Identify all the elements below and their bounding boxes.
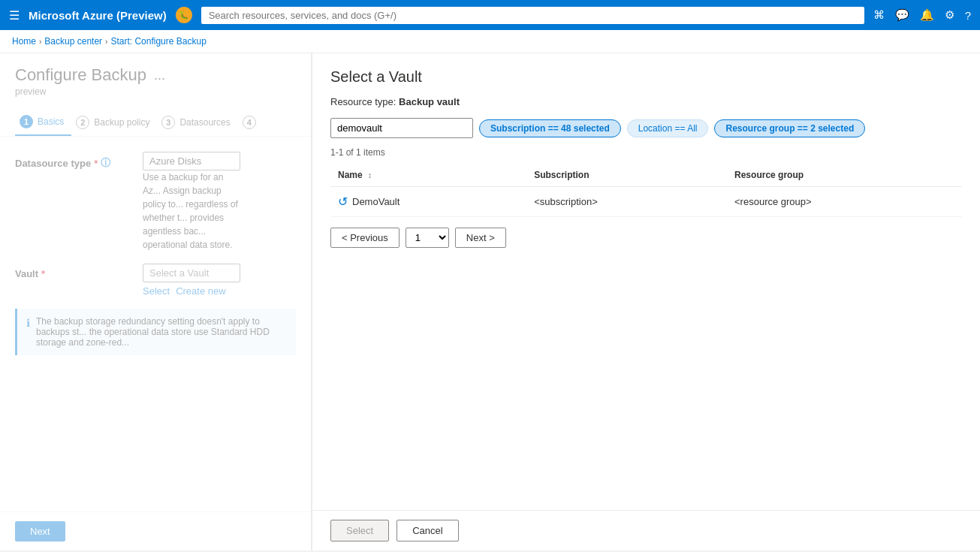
steps-bar: 1 Basics 2 Backup policy 3 Datasources 4 [0,109,311,137]
col-header-subscription: Subscription [526,164,727,187]
vault-input[interactable] [143,264,240,282]
bug-icon[interactable]: 🐛 [176,7,192,23]
prev-page-button[interactable]: < Previous [330,228,400,248]
settings-icon[interactable]: ⚙ [945,8,954,22]
vault-search-input[interactable] [330,118,473,138]
app-title: Microsoft Azure (Preview) [29,9,167,22]
sort-icon-name: ↕ [368,171,372,179]
step-basics[interactable]: 1 Basics [15,109,71,136]
vault-name-cell: ↺ DemoVault [330,187,526,217]
datasource-description: Use a backup for an Az... Assign backup … [143,170,240,252]
topbar: ☰ Microsoft Azure (Preview) 🐛 ⌘ 💬 🔔 ⚙ ? [0,0,980,30]
breadcrumb-home[interactable]: Home [12,36,36,47]
info-banner: ℹ The backup storage redundancy setting … [15,309,296,355]
breadcrumb-sep-1: › [39,38,41,46]
step-label-3: Datasources [179,117,230,128]
main-layout: Configure Backup ... preview 1 Basics 2 … [0,53,980,550]
page-title-text: Configure Backup [15,65,146,85]
page-select[interactable]: 1 [406,228,449,248]
filter-bar: Subscription == 48 selected Location == … [330,118,962,138]
panel-title: Select a Vault [330,68,962,86]
step-backup-policy[interactable]: 2 Backup policy [71,110,157,135]
vault-name-value: DemoVault [352,196,400,207]
step-label-2: Backup policy [94,117,149,128]
datasource-info-icon[interactable]: ⓘ [101,156,110,170]
filter-subscription[interactable]: Subscription == 48 selected [479,119,621,137]
vault-links: Select Create new [143,285,240,297]
datasource-row: Datasource type * ⓘ Use a backup for an … [15,152,296,252]
step-num-1: 1 [20,115,33,128]
results-count: 1-1 of 1 items [330,147,962,158]
info-banner-text: The backup storage redundancy setting do… [36,316,287,348]
vault-icon: ↺ [338,195,348,209]
help-icon[interactable]: ? [965,9,971,22]
table-header-row: Name ↕ Subscription Resource group [330,164,962,187]
breadcrumb: Home › Backup center › Start: Configure … [0,30,980,53]
datasource-label: Datasource type * ⓘ [15,152,135,170]
step-4[interactable]: 4 [238,110,264,135]
pagination-bar: < Previous 1 Next > [330,220,962,255]
datasource-value-col: Use a backup for an Az... Assign backup … [143,152,240,252]
vault-required-marker: * [41,268,45,279]
filter-location[interactable]: Location == All [627,119,709,137]
resource-type-label: Resource type: [330,96,396,107]
left-panel-header: Configure Backup ... preview [0,53,311,109]
step-label-1: Basics [38,116,64,127]
panel-subtitle: Resource type: Backup vault [330,96,962,107]
info-banner-icon: ℹ [26,317,30,329]
required-marker: * [94,158,98,169]
topbar-icons: ⌘ 💬 🔔 ⚙ ? [873,8,971,22]
vault-subscription-cell: <subscription> [526,187,727,217]
cancel-button[interactable]: Cancel [397,520,458,541]
vault-row: Vault * Select Create new [15,264,296,297]
datasource-input[interactable] [143,152,240,170]
step-num-3: 3 [161,116,175,129]
step-num-2: 2 [76,116,89,129]
breadcrumb-backup-center[interactable]: Backup center [44,36,102,47]
notification-icon[interactable]: 🔔 [920,8,934,22]
filter-resource-group[interactable]: Resource group == 2 selected [714,119,865,137]
feedback-icon[interactable]: 💬 [895,8,909,22]
hamburger-icon[interactable]: ☰ [9,8,20,23]
right-bottom-bar: Select Cancel [312,510,980,550]
step-num-4: 4 [243,116,256,129]
vault-resource-group-cell: <resource group> [727,187,962,217]
vault-create-link[interactable]: Create new [176,285,225,297]
breadcrumb-sep-2: › [105,38,107,46]
breadcrumb-configure[interactable]: Start: Configure Backup [110,36,206,47]
page-title: Configure Backup ... [15,65,296,85]
vault-label: Vault * [15,264,135,279]
vault-table-body: ↺ DemoVault <subscription> <resource gro… [330,187,962,217]
step-datasources[interactable]: 3 Datasources [157,110,237,135]
col-header-resource-group: Resource group [727,164,962,187]
col-header-name[interactable]: Name ↕ [330,164,526,187]
resource-type-value: Backup vault [399,96,460,107]
right-panel: Select a Vault Resource type: Backup vau… [312,53,980,550]
vault-table: Name ↕ Subscription Resource group [330,164,962,217]
page-subtitle: preview [15,86,296,97]
form-content: Datasource type * ⓘ Use a backup for an … [0,137,311,511]
vault-select-link[interactable]: Select [143,285,170,297]
terminal-icon[interactable]: ⌘ [873,8,885,22]
vault-table-head: Name ↕ Subscription Resource group [330,164,962,187]
vault-input-col: Select Create new [143,264,240,297]
right-panel-inner: Select a Vault Resource type: Backup vau… [312,53,980,510]
table-row[interactable]: ↺ DemoVault <subscription> <resource gro… [330,187,962,217]
left-bottom-bar: Next [0,511,311,550]
search-input[interactable] [201,7,864,24]
select-button[interactable]: Select [330,520,389,541]
next-page-button[interactable]: Next > [455,228,506,248]
left-panel: Configure Backup ... preview 1 Basics 2 … [0,53,312,550]
more-options-icon[interactable]: ... [154,68,165,83]
next-button[interactable]: Next [15,521,65,541]
